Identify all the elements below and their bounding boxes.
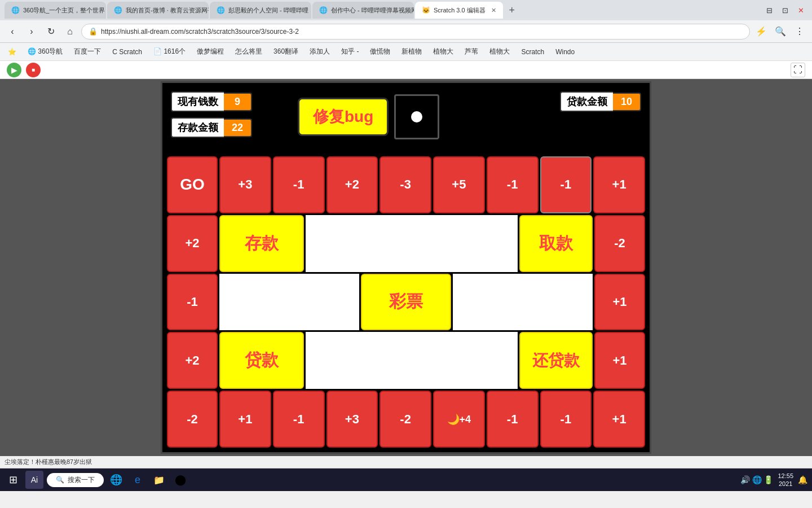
bookmark-aomeng[interactable]: 傲梦编程 — [193, 46, 227, 58]
home-button[interactable]: ⌂ — [62, 24, 78, 40]
cell-left-3[interactable]: +2 — [167, 332, 218, 389]
forward-button[interactable]: › — [24, 24, 39, 40]
cell-bot-1[interactable]: +1 — [219, 391, 271, 448]
cell-bot-4[interactable]: -2 — [379, 391, 431, 448]
search-button[interactable]: 🔍 — [773, 24, 788, 40]
cell-bot-0[interactable]: -2 — [167, 391, 218, 448]
notification-icon[interactable]: 🔔 — [798, 475, 807, 484]
date: 2021 — [778, 480, 793, 488]
bookmark-windows[interactable]: Windo — [552, 47, 578, 57]
board-row-3: -1 彩票 +1 — [167, 274, 645, 331]
cell-go[interactable]: GO — [167, 156, 218, 213]
taskbar-icon-ie2[interactable]: e — [129, 471, 147, 489]
cell-right-2[interactable]: +1 — [594, 274, 645, 331]
bookmark-newplant[interactable]: 新植物 — [398, 46, 425, 58]
loan-amount-display: 贷款金额 10 — [560, 91, 641, 112]
search-icon: 🔍 — [56, 476, 64, 484]
cell-bot-8[interactable]: +1 — [593, 391, 645, 448]
fix-bug-area: 修复bug — [298, 94, 439, 139]
cell-bot-3[interactable]: +3 — [326, 391, 378, 448]
dot-display — [394, 94, 439, 139]
cell-top-1[interactable]: +3 — [219, 156, 271, 213]
tab-close-button[interactable]: ✕ — [491, 7, 496, 14]
inner-white-2 — [219, 274, 359, 331]
tab-360[interactable]: 🌐 360导航_一个主页，整个世界 — [5, 2, 106, 19]
new-tab-button[interactable]: + — [504, 2, 520, 18]
address-text: https://niushi.all-dream.com/scratch3/sc… — [101, 28, 299, 36]
deposit-display: 存款金额 22 — [171, 117, 252, 138]
back-button[interactable]: ‹ — [5, 24, 20, 40]
fix-bug-button[interactable]: 修复bug — [298, 98, 389, 136]
menu-button[interactable]: ⋮ — [792, 24, 807, 40]
cell-top-4[interactable]: -3 — [379, 156, 431, 213]
cell-loan[interactable]: 贷款 — [219, 332, 304, 389]
taskbar-icon-chrome[interactable]: ⬤ — [171, 471, 189, 489]
tab-bilibili1[interactable]: 🌐 彭思毅的个人空间 - 哔哩哔哩（ — [210, 2, 311, 19]
taskbar: ⊞ Ai 🔍 搜索一下 🌐 e 📁 ⬤ 🔊 🌐 🔋 12:55 2021 🔔 — [0, 468, 812, 491]
inner-white-3 — [453, 274, 593, 331]
red-stop-button[interactable]: ■ — [26, 63, 41, 77]
maximize-button[interactable]: ⊡ — [778, 3, 792, 17]
cell-left-2[interactable]: -1 — [167, 274, 218, 331]
loan-amount-label: 贷款金额 — [560, 91, 613, 112]
bookmark-zhihu[interactable]: 知乎 - — [338, 46, 362, 58]
tab-icon: 🌐 — [319, 6, 328, 14]
taskbar-tray-icons: 🔊 🌐 🔋 — [740, 475, 774, 484]
extensions-button[interactable]: ⚡ — [753, 24, 769, 40]
nav-bar: ‹ › ↻ ⌂ 🔒 https://niushi.all-dream.com/s… — [0, 20, 812, 43]
bookmark-plants2[interactable]: 植物大 — [486, 46, 513, 58]
cortana-icon: Ai — [31, 475, 38, 484]
cell-top-3[interactable]: +2 — [326, 156, 378, 213]
address-bar[interactable]: 🔒 https://niushi.all-dream.com/scratch3/… — [81, 24, 750, 40]
bookmark-star-icon[interactable]: ⭐ — [5, 47, 20, 57]
cell-withdraw[interactable]: 取款 — [519, 215, 593, 272]
taskbar-icon-cortana[interactable]: Ai — [25, 471, 43, 489]
tab-scratch[interactable]: 🐱 Scratch 3.0 编辑器 ✕ — [415, 2, 503, 19]
cell-right-1[interactable]: -2 — [594, 215, 645, 272]
cell-top-8[interactable]: +1 — [593, 156, 645, 213]
taskbar-icon-file[interactable]: 📁 — [150, 471, 168, 489]
bookmark-reed[interactable]: 芦苇 — [461, 46, 482, 58]
bookmark-add-person[interactable]: 添加人 — [306, 46, 333, 58]
refresh-button[interactable]: ↻ — [43, 24, 59, 40]
search-label[interactable]: 搜索一下 — [68, 475, 95, 485]
cell-left-1[interactable]: +2 — [167, 215, 218, 272]
board-row-top: GO +3 -1 +2 -3 +5 -1 -1 +1 — [167, 156, 645, 213]
cell-bot-5[interactable]: 🌙+4 — [433, 391, 485, 448]
bookmark-plants[interactable]: 植物大 — [430, 46, 457, 58]
cell-bot-6[interactable]: -1 — [487, 391, 539, 448]
bookmark-1616[interactable]: 📄 1616个 — [150, 46, 189, 58]
fullscreen-button[interactable]: ⛶ — [791, 63, 805, 77]
cell-right-3[interactable]: +1 — [594, 332, 645, 389]
cell-bot-2[interactable]: -1 — [273, 391, 325, 448]
taskbar-search[interactable]: 🔍 搜索一下 — [47, 473, 104, 487]
hud-right: 贷款金额 10 — [560, 91, 641, 112]
bookmark-how[interactable]: 怎么将里 — [232, 46, 266, 58]
board-row-bottom: -2 +1 -1 +3 -2 🌙+4 -1 -1 +1 — [167, 391, 645, 448]
taskbar-right: 🔊 🌐 🔋 12:55 2021 🔔 — [740, 472, 807, 488]
taskbar-icon-ie[interactable]: 🌐 — [107, 471, 125, 489]
minimize-button[interactable]: ⊟ — [762, 3, 776, 17]
cell-top-7[interactable]: -1 — [540, 156, 592, 213]
bookmark-360fanyi[interactable]: 360翻译 — [270, 46, 302, 58]
cell-top-6[interactable]: -1 — [487, 156, 539, 213]
cell-lottery[interactable]: 彩票 — [361, 274, 451, 331]
deposit-value: 22 — [224, 119, 252, 137]
cell-repay[interactable]: 还贷款 — [519, 332, 593, 389]
cell-bot-7[interactable]: -1 — [540, 391, 592, 448]
cell-top-2[interactable]: -1 — [273, 156, 325, 213]
cell-top-5[interactable]: +5 — [433, 156, 485, 213]
green-flag-button[interactable]: ▶ — [7, 63, 21, 77]
taskbar-start[interactable]: ⊞ — [5, 470, 22, 490]
close-window-button[interactable]: ✕ — [794, 3, 807, 17]
bookmark-baidu[interactable]: 百度一下 — [70, 46, 104, 58]
bookmarks-bar: ⭐ 🌐 360导航 百度一下 C Scratch 📄 1616个 傲梦编程 怎么… — [0, 43, 812, 61]
bookmark-scratch-c[interactable]: C Scratch — [109, 47, 145, 57]
cell-deposit[interactable]: 存款 — [219, 215, 304, 272]
bookmark-360[interactable]: 🌐 360导航 — [24, 46, 66, 58]
bookmark-aokuang[interactable]: 傲慌物 — [367, 46, 394, 58]
tab-icon: 🌐 — [114, 6, 122, 14]
bookmark-scratch2[interactable]: Scratch — [518, 47, 548, 57]
tab-weibo[interactable]: 🌐 我的首页-微博 · 教育云资源网平台 — [107, 2, 209, 19]
tab-bilibili2[interactable]: 🌐 创作中心 - 哔哩哔哩弹幕视频网 — [312, 2, 414, 19]
